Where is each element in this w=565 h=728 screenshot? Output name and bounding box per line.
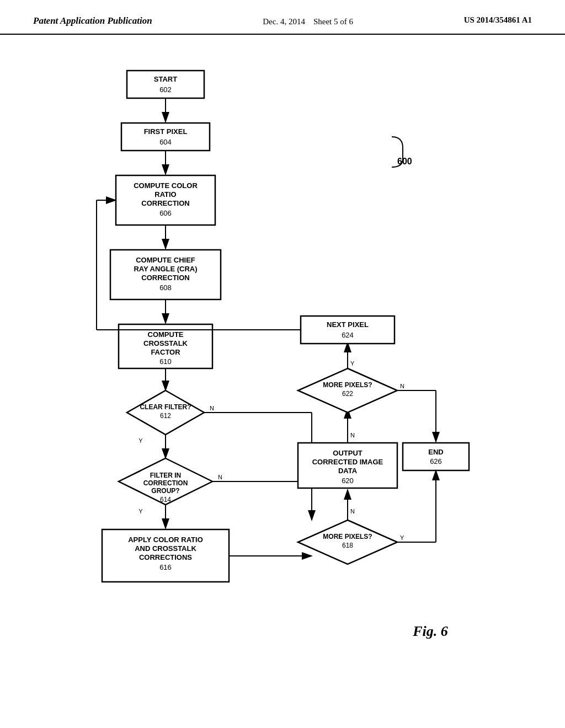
svg-text:COMPUTE CHIEF: COMPUTE CHIEF [136,256,195,264]
svg-text:618: 618 [342,542,353,549]
svg-text:608: 608 [159,283,172,292]
svg-text:612: 612 [160,412,171,420]
svg-text:CORRECTION: CORRECTION [141,274,189,282]
svg-text:FACTOR: FACTOR [151,348,180,356]
svg-text:CORRECTIONS: CORRECTIONS [139,553,192,561]
svg-text:DATA: DATA [338,467,358,475]
svg-text:CLEAR FILTER?: CLEAR FILTER? [140,403,191,411]
svg-text:626: 626 [430,457,442,465]
svg-text:N: N [400,383,404,389]
page-header: Patent Application Publication Dec. 4, 2… [0,0,565,35]
svg-text:622: 622 [342,390,353,398]
svg-text:OUTPUT: OUTPUT [333,449,363,457]
svg-text:602: 602 [159,85,172,94]
svg-text:N: N [218,474,222,480]
svg-text:CORRECTION: CORRECTION [141,199,189,207]
svg-text:600: 600 [397,157,412,166]
svg-text:604: 604 [159,138,172,146]
svg-text:620: 620 [342,477,354,485]
svg-text:610: 610 [159,357,172,366]
svg-text:Y: Y [138,437,143,444]
flowchart-area: START 602 FIRST PIXEL 604 COMPUTE COLOR … [0,40,565,680]
svg-text:FIRST PIXEL: FIRST PIXEL [144,127,188,136]
svg-text:CORRECTED IMAGE: CORRECTED IMAGE [312,458,383,466]
svg-text:CORRECTION: CORRECTION [143,479,188,487]
svg-text:Y: Y [138,508,143,515]
svg-rect-79 [403,443,469,470]
svg-text:624: 624 [342,331,354,339]
svg-text:CROSSTALK: CROSSTALK [143,339,188,347]
publication-title: Patent Application Publication [33,15,152,26]
svg-text:RATIO: RATIO [154,190,176,199]
svg-text:614: 614 [160,496,171,504]
header-center: Dec. 4, 2014 Sheet 5 of 6 [263,15,353,28]
svg-text:Y: Y [350,360,355,367]
svg-text:APPLY COLOR RATIO: APPLY COLOR RATIO [128,536,203,544]
svg-text:COMPUTE COLOR: COMPUTE COLOR [134,181,198,190]
svg-text:COMPUTE: COMPUTE [148,330,184,339]
patent-number: US 2014/354861 A1 [464,15,532,25]
svg-text:Y: Y [400,534,404,541]
svg-text:MORE PIXELS?: MORE PIXELS? [323,381,372,389]
svg-text:N: N [350,432,355,438]
svg-text:616: 616 [159,563,172,571]
svg-text:MORE PIXELS?: MORE PIXELS? [323,533,372,540]
svg-text:N: N [350,508,355,515]
svg-text:AND CROSSTALK: AND CROSSTALK [135,544,196,553]
svg-text:N: N [210,405,214,411]
pub-date: Dec. 4, 2014 [263,17,305,26]
svg-text:RAY ANGLE (CRA): RAY ANGLE (CRA) [134,265,197,273]
svg-text:FILTER IN: FILTER IN [150,472,181,479]
svg-text:606: 606 [159,209,172,217]
svg-text:GROUP?: GROUP? [151,487,179,495]
svg-text:NEXT PIXEL: NEXT PIXEL [327,320,369,329]
svg-text:Fig. 6: Fig. 6 [412,623,448,639]
svg-text:END: END [428,448,443,456]
sheet-info: Sheet 5 of 6 [313,17,353,26]
svg-text:START: START [154,75,177,83]
flowchart-svg: START 602 FIRST PIXEL 604 COMPUTE COLOR … [0,40,565,680]
